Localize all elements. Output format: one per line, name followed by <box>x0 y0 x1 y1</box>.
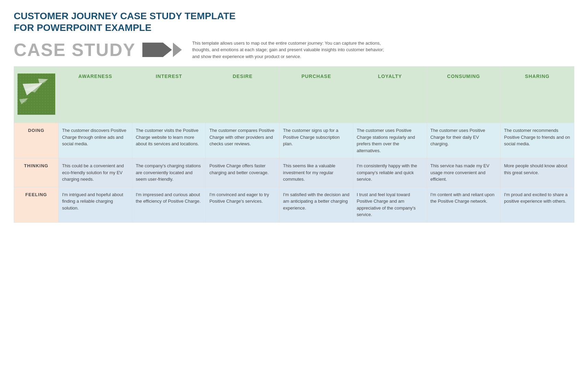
header-interest: INTEREST <box>132 67 206 123</box>
feeling-cell-1: I'm impressed and curious about the effi… <box>132 187 206 222</box>
arrow-triangle-1 <box>163 43 172 57</box>
journey-table: AWARENESS INTEREST DESIRE PURCHASE LOYAL… <box>14 66 574 223</box>
header-sharing: SHARING <box>501 67 574 123</box>
doing-cell-2: The customer compares Positive Charge wi… <box>206 123 280 158</box>
paper-planes-icon <box>17 74 55 115</box>
arrow-decoration <box>142 43 182 57</box>
feeling-cell-6: I'm proud and excited to share a positiv… <box>501 187 574 222</box>
arrow-triangle-2 <box>173 43 182 57</box>
doing-cell-3: The customer signs up for a Positive Cha… <box>280 123 353 158</box>
header-loyalty: LOYALTY <box>353 67 427 123</box>
doing-label: DOING <box>14 123 59 158</box>
icon-header-cell <box>14 67 59 123</box>
header-row: AWARENESS INTEREST DESIRE PURCHASE LOYAL… <box>14 67 574 123</box>
thinking-cell-0: This could be a convenient and eco-frien… <box>59 158 132 187</box>
feeling-cell-3: I'm satisfied with the decision and am a… <box>280 187 353 222</box>
doing-cell-6: The customer recommends Positive Charge … <box>501 123 574 158</box>
thinking-cell-5: This service has made my EV usage more c… <box>427 158 501 187</box>
page-container: CUSTOMER JOURNEY CASE STUDY TEMPLATE FOR… <box>14 10 574 223</box>
feeling-cell-5: I'm content with and reliant upon the Po… <box>427 187 501 222</box>
thinking-cell-3: This seems like a valuable investment fo… <box>280 158 353 187</box>
doing-row: DOING The customer discovers Positive Ch… <box>14 123 574 158</box>
header-desire: DESIRE <box>206 67 280 123</box>
header-awareness: AWARENESS <box>59 67 132 123</box>
header-purchase: PURCHASE <box>280 67 353 123</box>
doing-cell-4: The customer uses Positive Charge statio… <box>353 123 427 158</box>
thinking-label: THINKING <box>14 158 59 187</box>
thinking-cell-4: I'm consistently happy with the company'… <box>353 158 427 187</box>
thinking-cell-1: The company's charging stations are conv… <box>132 158 206 187</box>
header-consuming: CONSUMING <box>427 67 501 123</box>
doing-cell-1: The customer visits the Positive Charge … <box>132 123 206 158</box>
feeling-row: FEELING I'm intrigued and hopeful about … <box>14 187 574 222</box>
doing-cell-0: The customer discovers Positive Charge t… <box>59 123 132 158</box>
feeling-cell-4: I trust and feel loyal toward Positive C… <box>353 187 427 222</box>
svg-rect-2 <box>17 74 55 115</box>
case-study-label: CASE STUDY <box>14 40 136 60</box>
arrow-body <box>142 43 163 57</box>
thinking-cell-2: Positive Charge offers faster charging a… <box>206 158 280 187</box>
feeling-cell-2: I'm convinced and eager to try Positive … <box>206 187 280 222</box>
description-text: This template allows users to map out th… <box>192 40 391 60</box>
doing-cell-5: The customer uses Positive Charge for th… <box>427 123 501 158</box>
feeling-label: FEELING <box>14 187 59 222</box>
thinking-row: THINKING This could be a convenient and … <box>14 158 574 187</box>
thinking-cell-6: More people should know about this great… <box>501 158 574 187</box>
case-study-header: CASE STUDY This template allows users to… <box>14 40 574 60</box>
feeling-cell-0: I'm intrigued and hopeful about finding … <box>59 187 132 222</box>
main-title: CUSTOMER JOURNEY CASE STUDY TEMPLATE FOR… <box>14 10 574 33</box>
